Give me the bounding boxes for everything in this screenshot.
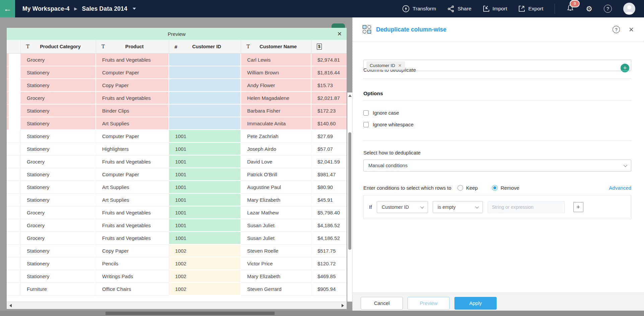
if-label: If <box>369 204 372 210</box>
export-button[interactable]: Export <box>518 5 543 12</box>
row-gutter-cell <box>7 181 21 194</box>
import-button[interactable]: Import <box>483 5 507 12</box>
conditions-row: Enter conditions to select which rows to… <box>363 185 631 191</box>
row-gutter-cell <box>7 219 21 232</box>
transform-icon <box>402 5 410 12</box>
scroll-left-arrow-icon[interactable] <box>9 304 12 307</box>
product-cell: Art Supplies <box>96 181 169 194</box>
customer-name-cell: Victor Price <box>241 257 311 270</box>
dataset-name[interactable]: Sales Data 2014 <box>82 5 127 12</box>
preview-button[interactable]: Preview <box>408 297 450 310</box>
customer-id-cell: 1002 <box>169 245 241 257</box>
customer-id-cell <box>169 66 241 79</box>
question-mark-icon: ? <box>604 5 612 13</box>
condition-operator-select[interactable]: is empty <box>433 201 483 213</box>
vertical-scrollbar-handle[interactable] <box>348 132 351 250</box>
dedupe-method-select[interactable]: Manual conditions <box>363 160 631 172</box>
deduplicate-panel: Deduplicate column-wise ? ✕ Columns to d… <box>352 17 644 316</box>
user-avatar[interactable] <box>623 3 635 15</box>
customer-name-cell: Pete Zachriah <box>241 130 311 143</box>
settings-button[interactable]: ⚙ <box>586 5 592 13</box>
panel-close-icon[interactable]: ✕ <box>629 26 634 34</box>
ignore-case-option: Ignore case <box>363 110 399 116</box>
row-gutter-cell <box>7 79 21 92</box>
help-button[interactable]: ? <box>604 5 612 13</box>
workspace-name[interactable]: My Workspace-4 <box>22 5 70 12</box>
product-cell: Fruits and Vegetables <box>96 54 169 66</box>
scroll-up-arrow-icon[interactable] <box>348 94 352 97</box>
column-header-product[interactable]: T Product <box>96 40 169 53</box>
row-gutter-cell <box>7 92 21 105</box>
customer-name-cell: Helen Magadalene <box>241 92 311 105</box>
ignore-whitespace-checkbox[interactable] <box>363 122 369 127</box>
table-row: Stationery Copy Paper Andy Flower $15.73 <box>7 79 347 92</box>
section-divider <box>363 140 631 141</box>
apply-button[interactable]: Apply <box>454 297 497 310</box>
amount-cell: $45.91 <box>311 194 347 206</box>
customer-name-cell: Susan Juliet <box>241 219 311 232</box>
column-header-customer-id[interactable]: # Customer ID <box>169 40 241 53</box>
remove-column-tag-icon[interactable]: ✕ <box>398 63 402 68</box>
column-header-product-category[interactable]: T Product Category <box>21 40 96 53</box>
add-condition-button[interactable]: + <box>573 202 583 212</box>
table-row: Stationery Art Supplies 1001 Mary Elizab… <box>7 194 347 206</box>
product-cell: Copy Paper <box>96 245 169 257</box>
remove-radio[interactable] <box>492 185 498 191</box>
customer-name-cell: Andy Flower <box>241 79 311 92</box>
cancel-button[interactable]: Cancel <box>361 297 403 310</box>
customer-id-cell: 1002 <box>169 283 241 296</box>
topbar-divider <box>555 4 555 14</box>
page-scrollbar-handle[interactable] <box>105 312 275 315</box>
table-row: Stationery Writings Pads 1002 Mary Eliza… <box>7 270 347 283</box>
column-header-customer-name[interactable]: T Customer Name <box>241 40 311 53</box>
product-cell: Fruits and Vegetables <box>96 206 169 219</box>
product-cell: Computer Paper <box>96 168 169 181</box>
column-header-amount[interactable]: $ <box>311 40 347 53</box>
customer-name-cell: Patrick O'Brill <box>241 168 311 181</box>
deduplicate-columns-input[interactable]: Customer ID ✕ <box>363 60 631 71</box>
remove-label: Remove <box>501 185 519 191</box>
condition-column-select[interactable]: Customer ID <box>377 201 428 213</box>
customer-id-cell: 1001 <box>169 219 241 232</box>
table-row: Grocery Fruits and Vegetables Carl Lewis… <box>7 54 347 66</box>
customer-name-cell: David Love <box>241 155 311 168</box>
preview-table: T Product Category T Product # Customer … <box>7 40 347 296</box>
scroll-right-arrow-icon[interactable] <box>342 304 344 307</box>
preview-close-icon[interactable]: ✕ <box>337 30 342 38</box>
customer-name-cell: Steven Gerrard <box>241 283 311 296</box>
amount-cell: $140.60 <box>311 117 347 130</box>
panel-help-icon[interactable]: ? <box>613 26 620 33</box>
preview-title: Preview <box>168 31 186 37</box>
customer-id-cell: 1001 <box>169 194 241 206</box>
product-category-cell: Grocery <box>21 232 96 245</box>
page-horizontal-scrollbar[interactable] <box>0 311 644 316</box>
product-cell: Fruits and Vegetables <box>96 232 169 245</box>
back-button[interactable]: ← <box>0 0 15 17</box>
table-vertical-scrollbar[interactable] <box>347 92 352 302</box>
product-category-cell: Stationery <box>21 270 96 283</box>
row-gutter-cell <box>7 270 21 283</box>
ignore-case-checkbox[interactable] <box>363 110 369 116</box>
breadcrumb-chevron-icon: ▶ <box>74 6 77 11</box>
export-icon <box>518 5 525 12</box>
text-type-icon: T <box>26 44 29 50</box>
amount-cell: $15.73 <box>311 79 347 92</box>
dataset-dropdown-caret-icon[interactable] <box>133 8 136 10</box>
transform-button[interactable]: Transform <box>402 5 436 12</box>
keep-radio[interactable] <box>457 185 463 191</box>
advanced-link[interactable]: Advanced <box>609 185 631 191</box>
product-cell: Computer Paper <box>96 66 169 79</box>
amount-cell: $981.47 <box>311 168 347 181</box>
condition-value-input[interactable] <box>488 201 565 213</box>
share-button[interactable]: Share <box>447 5 471 12</box>
amount-cell: $2,974.81 <box>311 54 347 66</box>
amount-cell: $5,798.40 <box>311 206 347 219</box>
table-horizontal-scrollbar[interactable] <box>7 302 347 309</box>
amount-cell: $27.69 <box>311 130 347 143</box>
customer-name-cell: Carl Lewis <box>241 54 311 66</box>
keep-label: Keep <box>466 185 478 191</box>
notifications-button[interactable]: 9 <box>566 4 574 13</box>
product-cell: Art Supplies <box>96 117 169 130</box>
product-category-cell: Grocery <box>21 219 96 232</box>
amount-cell: $1,816.44 <box>311 66 347 79</box>
